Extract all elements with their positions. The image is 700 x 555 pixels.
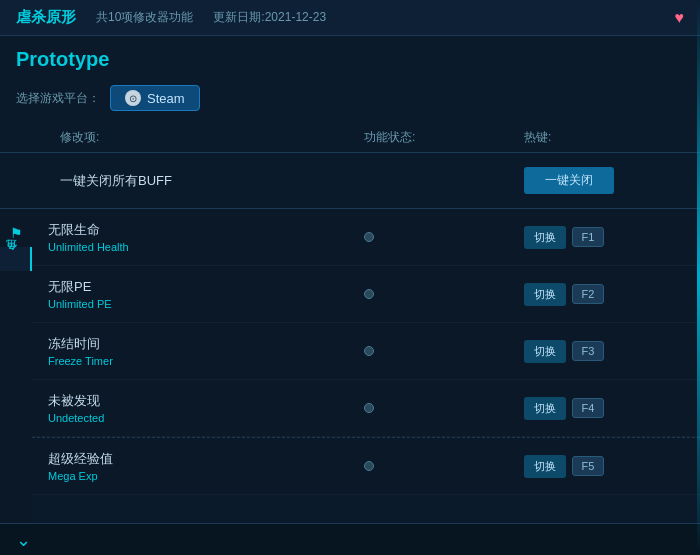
game-title-header: 虐杀原形	[16, 8, 76, 27]
cheat-name-cell: 无限生命 Unlimited Health	[48, 221, 364, 253]
cheat-status	[364, 232, 524, 242]
character-sidebar-icon: ⚑	[10, 219, 23, 247]
cheat-name-en: Mega Exp	[48, 470, 364, 482]
cheat-name-en: Undetected	[48, 412, 364, 424]
toggle-button[interactable]: 切换	[524, 283, 566, 306]
cheat-hotkey: 切换 F1	[524, 226, 684, 249]
col-cheat-label: 修改项:	[60, 129, 364, 146]
status-dot	[364, 346, 374, 356]
hotkey-badge: F3	[572, 341, 604, 361]
data-cheats: 超级经验值 Mega Exp 切换 F5	[32, 438, 700, 495]
cheat-name-cell: 超级经验值 Mega Exp	[48, 450, 364, 482]
status-dot	[364, 403, 374, 413]
oneclick-button[interactable]: 一键关闭	[524, 167, 614, 194]
feature-count: 共10项修改器功能	[96, 9, 193, 26]
cheat-name-cn: 超级经验值	[48, 450, 364, 468]
status-dot	[364, 461, 374, 471]
toggle-button[interactable]: 切换	[524, 226, 566, 249]
cheat-name-en: Freeze Timer	[48, 355, 364, 367]
cheat-status	[364, 289, 524, 299]
platform-label: 选择游戏平台：	[16, 90, 100, 107]
oneclick-name: 一键关闭所有BUFF	[60, 172, 364, 190]
cheat-name-cn: 冻结时间	[48, 335, 364, 353]
cheat-name-cn: 未被发现	[48, 392, 364, 410]
game-title: Prototype	[0, 36, 700, 79]
cheat-list: 无限生命 Unlimited Health 切换 F1 无限PE Unlimit…	[32, 209, 700, 555]
hotkey-badge: F5	[572, 456, 604, 476]
sidebar: ⚑ 角色 ⊞ 数据	[0, 209, 32, 555]
hotkey-badge: F2	[572, 284, 604, 304]
hotkey-badge: F4	[572, 398, 604, 418]
cheat-name-cell: 冻结时间 Freeze Timer	[48, 335, 364, 367]
cheat-row: 冻结时间 Freeze Timer 切换 F3	[32, 323, 700, 380]
cheat-row: 超级经验值 Mega Exp 切换 F5	[32, 438, 700, 495]
toggle-button[interactable]: 切换	[524, 455, 566, 478]
toggle-button[interactable]: 切换	[524, 340, 566, 363]
cheat-status	[364, 403, 524, 413]
cheat-name-cn: 无限生命	[48, 221, 364, 239]
table-header: 修改项: 功能状态: 热键:	[0, 123, 700, 153]
cheat-status	[364, 461, 524, 471]
cheat-name-en: Unlimited Health	[48, 241, 364, 253]
bottom-bar: ⌄	[0, 523, 700, 555]
favorite-icon[interactable]: ♥	[675, 9, 685, 27]
platform-row: 选择游戏平台： ⊙ Steam	[0, 79, 700, 123]
oneclick-btn-container: 一键关闭	[524, 167, 684, 194]
cheat-name-cn: 无限PE	[48, 278, 364, 296]
col-hotkey-label: 热键:	[524, 129, 684, 146]
cheat-hotkey: 切换 F5	[524, 455, 684, 478]
cheat-row: 未被发现 Undetected 切换 F4	[32, 380, 700, 437]
update-date: 更新日期:2021-12-23	[213, 9, 326, 26]
expand-icon[interactable]: ⌄	[16, 529, 31, 551]
steam-platform-button[interactable]: ⊙ Steam	[110, 85, 200, 111]
oneclick-row: 一键关闭所有BUFF 一键关闭	[0, 153, 700, 209]
character-cheats: 无限生命 Unlimited Health 切换 F1 无限PE Unlimit…	[32, 209, 700, 437]
steam-label: Steam	[147, 91, 185, 106]
status-dot	[364, 232, 374, 242]
toggle-button[interactable]: 切换	[524, 397, 566, 420]
cheat-name-cell: 未被发现 Undetected	[48, 392, 364, 424]
col-status-label: 功能状态:	[364, 129, 524, 146]
steam-icon: ⊙	[125, 90, 141, 106]
sidebar-item-character[interactable]: 角色	[0, 247, 32, 271]
cheat-hotkey: 切换 F3	[524, 340, 684, 363]
cheat-hotkey: 切换 F4	[524, 397, 684, 420]
cheat-row: 无限生命 Unlimited Health 切换 F1	[32, 209, 700, 266]
cheat-status	[364, 346, 524, 356]
content-area: ⚑ 角色 ⊞ 数据 无限生命 Unlimited Health 切换	[0, 209, 700, 555]
cheat-row: 无限PE Unlimited PE 切换 F2	[32, 266, 700, 323]
cheat-name-en: Unlimited PE	[48, 298, 364, 310]
hotkey-badge: F1	[572, 227, 604, 247]
app-header: 虐杀原形 共10项修改器功能 更新日期:2021-12-23 ♥	[0, 0, 700, 36]
status-dot	[364, 289, 374, 299]
cheat-name-cell: 无限PE Unlimited PE	[48, 278, 364, 310]
cheat-hotkey: 切换 F2	[524, 283, 684, 306]
sidebar-character-section: ⚑ 角色	[0, 219, 32, 271]
